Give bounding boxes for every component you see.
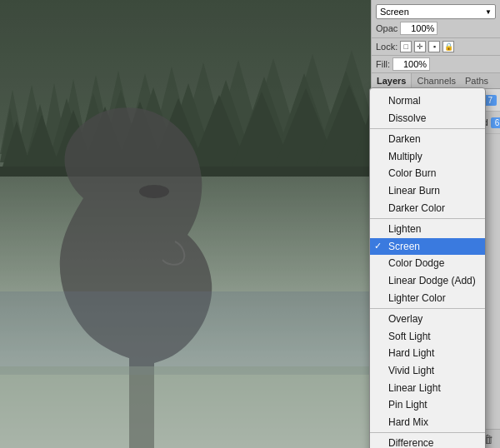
blend-mode-select[interactable]: Screen ▼ xyxy=(376,4,496,19)
blend-linear-light[interactable]: Linear Light xyxy=(370,380,485,397)
svg-rect-40 xyxy=(0,366,379,448)
blend-group-darken: Darken Multiply Color Burn Linear Burn D… xyxy=(370,129,485,219)
blend-group-normal: Normal Dissolve xyxy=(370,91,485,129)
tab-channels[interactable]: Channels xyxy=(412,73,460,88)
blend-pin-light[interactable]: Pin Light xyxy=(370,396,485,414)
lock-all-icon[interactable]: 🔒 xyxy=(442,41,454,52)
blend-screen[interactable]: Screen xyxy=(370,238,485,256)
lock-label: Lock: xyxy=(376,42,398,52)
opacity-input[interactable] xyxy=(400,22,438,35)
blend-color-burn[interactable]: Color Burn xyxy=(370,165,485,182)
fill-input[interactable] xyxy=(392,57,430,71)
blend-hard-light[interactable]: Hard Light xyxy=(370,345,485,362)
dropdown-arrow-icon: ▼ xyxy=(485,8,492,16)
blend-group-contrast: Overlay Soft Light Hard Light Vivid Ligh… xyxy=(370,309,485,433)
blend-soft-light[interactable]: Soft Light xyxy=(370,328,485,346)
layer-number-badge-2: 6 xyxy=(491,117,500,128)
blend-linear-dodge[interactable]: Linear Dodge (Add) xyxy=(370,272,485,290)
tab-layers[interactable]: Layers xyxy=(372,73,412,88)
photo-background xyxy=(0,0,379,448)
blend-overlay[interactable]: Overlay xyxy=(370,311,485,328)
fill-label: Fill: xyxy=(376,59,390,69)
blend-mode-dropdown[interactable]: Normal Dissolve Darken Multiply Color Bu… xyxy=(369,87,486,448)
lock-position-icon[interactable]: ✛ xyxy=(414,41,426,52)
lock-image-icon[interactable]: ▪ xyxy=(428,41,440,52)
blend-color-dodge[interactable]: Color Dodge xyxy=(370,255,485,272)
blend-vivid-light[interactable]: Vivid Light xyxy=(370,362,485,380)
blend-hard-mix[interactable]: Hard Mix xyxy=(370,414,485,431)
blend-darker-color[interactable]: Darker Color xyxy=(370,200,485,217)
blend-normal[interactable]: Normal xyxy=(370,92,485,110)
blend-linear-burn[interactable]: Linear Burn xyxy=(370,182,485,200)
blend-group-inversion: Difference Exclusion Subtract Divide xyxy=(370,433,485,448)
canvas-area: Normal Dissolve Darken Multiply Color Bu… xyxy=(0,0,500,448)
opacity-label: Opac xyxy=(376,23,398,33)
blend-dissolve[interactable]: Dissolve xyxy=(370,110,485,127)
blend-difference[interactable]: Difference xyxy=(370,435,485,448)
blend-multiply[interactable]: Multiply xyxy=(370,148,485,166)
tab-paths[interactable]: Paths xyxy=(461,73,492,88)
lock-transparent-icon[interactable]: □ xyxy=(400,41,412,52)
blend-mode-value: Screen xyxy=(380,7,409,17)
blend-lighten[interactable]: Lighten xyxy=(370,221,485,238)
blend-group-lighten: Lighten Screen Color Dodge Linear Dodge … xyxy=(370,219,485,309)
blend-lighter-color[interactable]: Lighter Color xyxy=(370,290,485,307)
blend-darken[interactable]: Darken xyxy=(370,131,485,148)
